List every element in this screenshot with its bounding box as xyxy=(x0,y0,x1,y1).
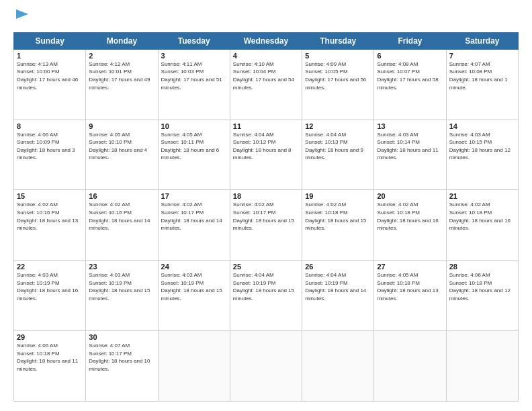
calendar-cell: 15 Sunrise: 4:02 AM Sunset: 10:16 PM Day… xyxy=(14,190,86,261)
calendar-cell: 2 Sunrise: 4:12 AM Sunset: 10:01 PM Dayl… xyxy=(86,49,158,120)
svg-marker-0 xyxy=(16,9,28,19)
day-info: Sunrise: 4:02 AM Sunset: 10:18 PM Daylig… xyxy=(377,201,443,232)
weekday-header: Friday xyxy=(374,32,446,49)
day-number: 10 xyxy=(161,122,227,130)
day-number: 2 xyxy=(89,52,154,60)
calendar-cell: 20 Sunrise: 4:02 AM Sunset: 10:18 PM Day… xyxy=(374,190,446,261)
day-info: Sunrise: 4:02 AM Sunset: 10:16 PM Daylig… xyxy=(89,201,154,232)
day-info: Sunrise: 4:04 AM Sunset: 10:19 PM Daylig… xyxy=(305,271,371,302)
day-number: 23 xyxy=(89,263,154,271)
calendar-cell: 14 Sunrise: 4:03 AM Sunset: 10:15 PM Day… xyxy=(446,120,518,190)
day-info: Sunrise: 4:02 AM Sunset: 10:16 PM Daylig… xyxy=(17,201,83,232)
calendar-cell: 25 Sunrise: 4:04 AM Sunset: 10:19 PM Day… xyxy=(230,261,302,331)
calendar-cell: 9 Sunrise: 4:05 AM Sunset: 10:10 PM Dayl… xyxy=(86,120,158,190)
calendar-cell: 28 Sunrise: 4:06 AM Sunset: 10:18 PM Day… xyxy=(446,261,518,331)
day-number: 24 xyxy=(161,263,227,271)
day-number: 17 xyxy=(161,192,227,200)
day-info: Sunrise: 4:12 AM Sunset: 10:01 PM Daylig… xyxy=(89,60,154,91)
calendar-week-row: 1 Sunrise: 4:13 AM Sunset: 10:00 PM Dayl… xyxy=(14,49,519,120)
day-number: 3 xyxy=(161,52,227,60)
calendar-cell xyxy=(374,331,446,402)
day-info: Sunrise: 4:04 AM Sunset: 10:13 PM Daylig… xyxy=(305,131,371,162)
calendar-cell: 22 Sunrise: 4:03 AM Sunset: 10:19 PM Day… xyxy=(14,261,86,331)
calendar-cell: 23 Sunrise: 4:03 AM Sunset: 10:19 PM Day… xyxy=(86,261,158,331)
calendar-cell: 5 Sunrise: 4:09 AM Sunset: 10:05 PM Dayl… xyxy=(302,49,374,120)
day-number: 19 xyxy=(305,192,371,200)
day-number: 4 xyxy=(233,52,299,60)
day-info: Sunrise: 4:06 AM Sunset: 10:18 PM Daylig… xyxy=(17,342,83,373)
day-info: Sunrise: 4:04 AM Sunset: 10:19 PM Daylig… xyxy=(233,271,299,302)
calendar-cell: 8 Sunrise: 4:06 AM Sunset: 10:09 PM Dayl… xyxy=(14,120,86,190)
day-number: 11 xyxy=(233,122,299,130)
day-info: Sunrise: 4:07 AM Sunset: 10:17 PM Daylig… xyxy=(89,342,154,373)
weekday-header: Wednesday xyxy=(230,32,302,49)
weekday-header: Tuesday xyxy=(158,32,230,49)
calendar-cell: 11 Sunrise: 4:04 AM Sunset: 10:12 PM Day… xyxy=(230,120,302,190)
calendar-cell: 1 Sunrise: 4:13 AM Sunset: 10:00 PM Dayl… xyxy=(14,49,86,120)
calendar-week-row: 22 Sunrise: 4:03 AM Sunset: 10:19 PM Day… xyxy=(14,261,519,331)
day-number: 28 xyxy=(449,263,515,271)
calendar-cell: 24 Sunrise: 4:03 AM Sunset: 10:19 PM Day… xyxy=(158,261,230,331)
calendar-cell: 13 Sunrise: 4:03 AM Sunset: 10:14 PM Day… xyxy=(374,120,446,190)
day-info: Sunrise: 4:05 AM Sunset: 10:11 PM Daylig… xyxy=(161,131,227,162)
day-number: 27 xyxy=(377,263,443,271)
calendar-week-row: 29 Sunrise: 4:06 AM Sunset: 10:18 PM Day… xyxy=(14,331,519,402)
day-number: 6 xyxy=(377,52,443,60)
day-number: 18 xyxy=(233,192,299,200)
calendar-header-row: SundayMondayTuesdayWednesdayThursdayFrid… xyxy=(14,32,519,49)
day-number: 1 xyxy=(17,52,83,60)
day-info: Sunrise: 4:02 AM Sunset: 10:17 PM Daylig… xyxy=(233,201,299,232)
day-info: Sunrise: 4:03 AM Sunset: 10:19 PM Daylig… xyxy=(161,271,227,302)
day-info: Sunrise: 4:13 AM Sunset: 10:00 PM Daylig… xyxy=(17,60,83,91)
day-info: Sunrise: 4:02 AM Sunset: 10:18 PM Daylig… xyxy=(305,201,371,232)
weekday-header: Monday xyxy=(86,32,158,49)
day-info: Sunrise: 4:03 AM Sunset: 10:15 PM Daylig… xyxy=(449,131,515,162)
day-number: 9 xyxy=(89,122,154,130)
calendar-cell: 19 Sunrise: 4:02 AM Sunset: 10:18 PM Day… xyxy=(302,190,374,261)
calendar-cell: 30 Sunrise: 4:07 AM Sunset: 10:17 PM Day… xyxy=(86,331,158,402)
calendar-week-row: 15 Sunrise: 4:02 AM Sunset: 10:16 PM Day… xyxy=(14,190,519,261)
day-number: 22 xyxy=(17,263,83,271)
day-info: Sunrise: 4:06 AM Sunset: 10:09 PM Daylig… xyxy=(17,131,83,162)
day-number: 29 xyxy=(17,333,83,341)
calendar-cell: 4 Sunrise: 4:10 AM Sunset: 10:04 PM Dayl… xyxy=(230,49,302,120)
calendar-cell xyxy=(446,331,518,402)
day-info: Sunrise: 4:08 AM Sunset: 10:07 PM Daylig… xyxy=(377,60,443,91)
day-number: 20 xyxy=(377,192,443,200)
day-number: 26 xyxy=(305,263,371,271)
day-info: Sunrise: 4:04 AM Sunset: 10:12 PM Daylig… xyxy=(233,131,299,162)
day-info: Sunrise: 4:02 AM Sunset: 10:18 PM Daylig… xyxy=(449,201,515,232)
calendar-cell: 29 Sunrise: 4:06 AM Sunset: 10:18 PM Day… xyxy=(14,331,86,402)
day-info: Sunrise: 4:05 AM Sunset: 10:10 PM Daylig… xyxy=(89,131,154,162)
day-number: 7 xyxy=(449,52,515,60)
day-number: 25 xyxy=(233,263,299,271)
calendar-cell: 21 Sunrise: 4:02 AM Sunset: 10:18 PM Day… xyxy=(446,190,518,261)
page: SundayMondayTuesdayWednesdayThursdayFrid… xyxy=(0,0,532,411)
calendar-cell: 16 Sunrise: 4:02 AM Sunset: 10:16 PM Day… xyxy=(86,190,158,261)
calendar-cell: 10 Sunrise: 4:05 AM Sunset: 10:11 PM Day… xyxy=(158,120,230,190)
day-number: 30 xyxy=(89,333,154,341)
calendar-cell: 26 Sunrise: 4:04 AM Sunset: 10:19 PM Day… xyxy=(302,261,374,331)
day-number: 8 xyxy=(17,122,83,130)
day-number: 21 xyxy=(449,192,515,200)
calendar-cell: 27 Sunrise: 4:05 AM Sunset: 10:18 PM Day… xyxy=(374,261,446,331)
header xyxy=(13,12,519,26)
day-info: Sunrise: 4:10 AM Sunset: 10:04 PM Daylig… xyxy=(233,60,299,91)
calendar-cell: 3 Sunrise: 4:11 AM Sunset: 10:03 PM Dayl… xyxy=(158,49,230,120)
logo xyxy=(13,12,31,26)
day-info: Sunrise: 4:03 AM Sunset: 10:19 PM Daylig… xyxy=(89,271,154,302)
day-number: 13 xyxy=(377,122,443,130)
logo-icon xyxy=(16,7,31,21)
calendar-cell: 7 Sunrise: 4:07 AM Sunset: 10:08 PM Dayl… xyxy=(446,49,518,120)
calendar-cell xyxy=(230,331,302,402)
day-info: Sunrise: 4:05 AM Sunset: 10:18 PM Daylig… xyxy=(377,271,443,302)
weekday-header: Thursday xyxy=(302,32,374,49)
day-info: Sunrise: 4:09 AM Sunset: 10:05 PM Daylig… xyxy=(305,60,371,91)
weekday-header: Saturday xyxy=(446,32,518,49)
calendar-cell xyxy=(158,331,230,402)
calendar-cell: 12 Sunrise: 4:04 AM Sunset: 10:13 PM Day… xyxy=(302,120,374,190)
calendar-week-row: 8 Sunrise: 4:06 AM Sunset: 10:09 PM Dayl… xyxy=(14,120,519,190)
calendar-cell: 18 Sunrise: 4:02 AM Sunset: 10:17 PM Day… xyxy=(230,190,302,261)
day-number: 16 xyxy=(89,192,154,200)
calendar-table: SundayMondayTuesdayWednesdayThursdayFrid… xyxy=(13,32,519,402)
